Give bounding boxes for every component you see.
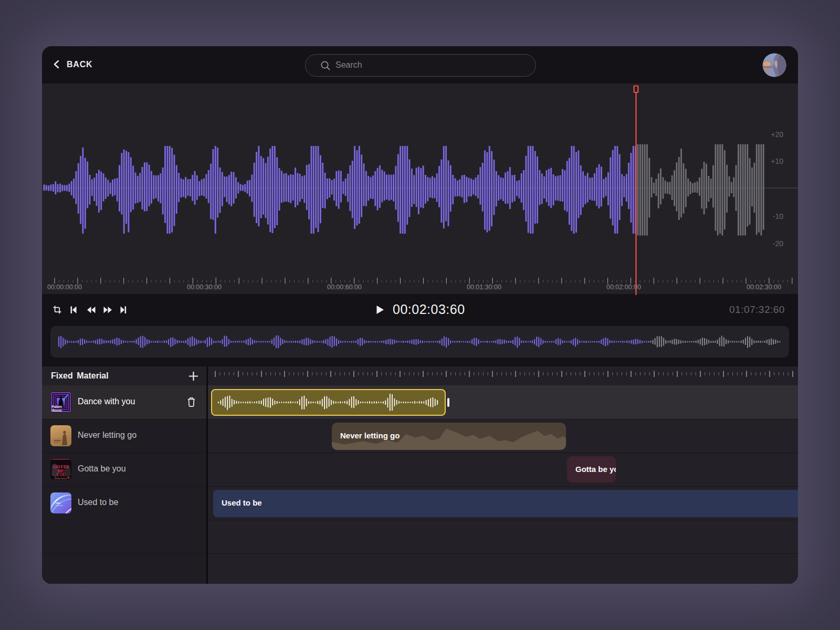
- svg-text:A NEW SINGLE: A NEW SINGLE: [55, 478, 68, 480]
- svg-text:House: House: [52, 408, 62, 412]
- svg-text:YOU: YOU: [56, 472, 66, 477]
- svg-text:used to be: used to be: [56, 505, 63, 507]
- svg-text:Future: Future: [52, 405, 62, 408]
- svg-text:JVKE: JVKE: [56, 502, 61, 505]
